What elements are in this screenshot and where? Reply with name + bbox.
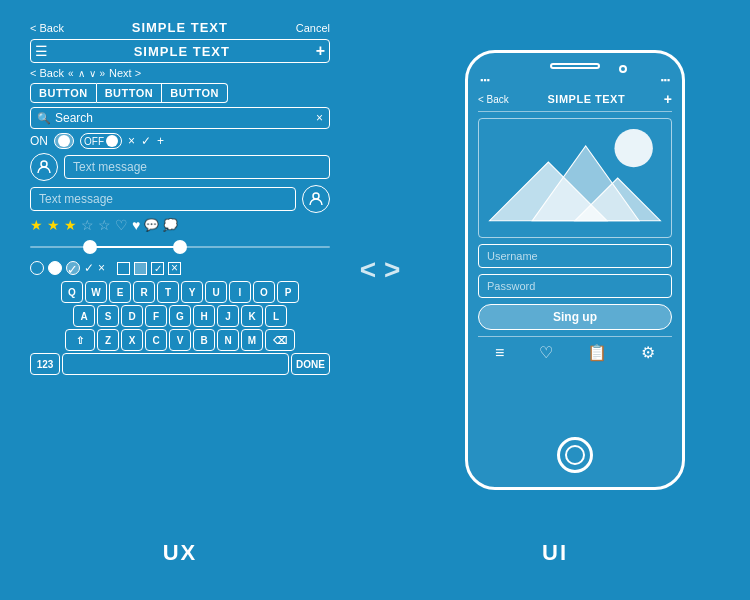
chevron-up-icon[interactable]: ∧ bbox=[78, 68, 85, 79]
checkbox-filled[interactable] bbox=[134, 262, 147, 275]
key-a[interactable]: A bbox=[73, 305, 95, 327]
star-4[interactable]: ☆ bbox=[81, 217, 94, 233]
svg-point-0 bbox=[41, 161, 47, 167]
star-1[interactable]: ★ bbox=[30, 217, 43, 233]
key-e[interactable]: E bbox=[109, 281, 131, 303]
phone-nav-title: SIMPLE TEXT bbox=[548, 93, 626, 105]
signup-button[interactable]: Sing up bbox=[478, 304, 672, 330]
key-f[interactable]: F bbox=[145, 305, 167, 327]
slider-fill bbox=[90, 246, 180, 248]
toggle-row: ON OFF × ✓ + bbox=[30, 133, 330, 149]
key-t[interactable]: T bbox=[157, 281, 179, 303]
ui-label: UI bbox=[542, 540, 568, 565]
key-k[interactable]: K bbox=[241, 305, 263, 327]
key-q[interactable]: Q bbox=[61, 281, 83, 303]
key-c[interactable]: C bbox=[145, 329, 167, 351]
x-mark: × bbox=[98, 261, 105, 275]
checkbox-checked[interactable]: ✓ bbox=[151, 262, 164, 275]
double-chevron-right-icon[interactable]: » bbox=[100, 68, 106, 79]
key-i[interactable]: I bbox=[229, 281, 251, 303]
back-button-2[interactable]: < Back bbox=[30, 67, 64, 79]
double-chevron-left-icon[interactable]: « bbox=[68, 68, 74, 79]
radio-empty-1[interactable] bbox=[30, 261, 44, 275]
checkbox-x[interactable]: × bbox=[168, 262, 181, 275]
star-3[interactable]: ★ bbox=[64, 217, 77, 233]
key-r[interactable]: R bbox=[133, 281, 155, 303]
key-shift[interactable]: ⇧ bbox=[65, 329, 95, 351]
phone-speaker bbox=[550, 63, 600, 69]
middle-arrows: < > bbox=[350, 20, 410, 520]
key-x[interactable]: X bbox=[121, 329, 143, 351]
username-input[interactable]: Username bbox=[478, 244, 672, 268]
chat-icon[interactable]: 💬 bbox=[144, 218, 159, 232]
rating-row: ★ ★ ★ ☆ ☆ ♡ ♥ 💬 💭 bbox=[30, 217, 330, 233]
button-2[interactable]: BUTTON bbox=[97, 83, 163, 103]
nav-row-2: < Back « ∧ ∨ » Next > bbox=[30, 67, 330, 79]
close-icon[interactable]: × bbox=[128, 134, 135, 148]
slider-thumb-1[interactable] bbox=[83, 240, 97, 254]
chevron-down-icon[interactable]: ∨ bbox=[89, 68, 96, 79]
phone-status-bar: ▪▪▪ ▪▪▪ bbox=[478, 75, 672, 85]
star-5[interactable]: ☆ bbox=[98, 217, 111, 233]
key-p[interactable]: P bbox=[277, 281, 299, 303]
phone-add-button[interactable]: + bbox=[664, 91, 672, 107]
add-icon[interactable]: + bbox=[316, 42, 325, 60]
labels-row: UX UI bbox=[0, 540, 750, 566]
radio-filled[interactable] bbox=[48, 261, 62, 275]
text-input-1[interactable]: Text message bbox=[64, 155, 330, 179]
cancel-button-1[interactable]: Cancel bbox=[296, 22, 330, 34]
radio-check[interactable]: ✓ bbox=[66, 261, 80, 275]
list-icon[interactable]: 📋 bbox=[587, 343, 607, 362]
key-n[interactable]: N bbox=[217, 329, 239, 351]
back-button-1[interactable]: < Back bbox=[30, 22, 64, 34]
check-mark: ✓ bbox=[84, 261, 94, 275]
hamburger-icon[interactable]: ☰ bbox=[35, 43, 48, 59]
message-row-1: Text message bbox=[30, 153, 330, 181]
slider-thumb-2[interactable] bbox=[173, 240, 187, 254]
key-done[interactable]: DONE bbox=[291, 353, 330, 375]
key-y[interactable]: Y bbox=[181, 281, 203, 303]
key-123[interactable]: 123 bbox=[30, 353, 60, 375]
buttons-row: BUTTON BUTTON BUTTON bbox=[30, 83, 330, 103]
key-space[interactable] bbox=[62, 353, 289, 375]
next-button[interactable]: Next > bbox=[109, 67, 141, 79]
star-2[interactable]: ★ bbox=[47, 217, 60, 233]
phone-back-button[interactable]: < Back bbox=[478, 94, 509, 105]
key-j[interactable]: J bbox=[217, 305, 239, 327]
password-input[interactable]: Password bbox=[478, 274, 672, 298]
speech-icon[interactable]: 💭 bbox=[163, 218, 178, 232]
menu-icon[interactable]: ≡ bbox=[495, 344, 504, 362]
key-s[interactable]: S bbox=[97, 305, 119, 327]
check-icon: ✓ bbox=[141, 134, 151, 148]
text-input-2[interactable]: Text message bbox=[30, 187, 296, 211]
key-o[interactable]: O bbox=[253, 281, 275, 303]
key-d[interactable]: D bbox=[121, 305, 143, 327]
toggle-on-switch[interactable] bbox=[54, 133, 74, 149]
key-z[interactable]: Z bbox=[97, 329, 119, 351]
key-w[interactable]: W bbox=[85, 281, 107, 303]
toggle-circle bbox=[58, 135, 70, 147]
key-u[interactable]: U bbox=[205, 281, 227, 303]
key-l[interactable]: L bbox=[265, 305, 287, 327]
toggle-off-switch[interactable]: OFF bbox=[80, 133, 122, 149]
heart-nav-icon[interactable]: ♡ bbox=[539, 343, 553, 362]
phone-home-button[interactable] bbox=[557, 437, 593, 473]
key-backspace[interactable]: ⌫ bbox=[265, 329, 295, 351]
button-1[interactable]: BUTTON bbox=[30, 83, 97, 103]
checkbox-empty-1[interactable] bbox=[117, 262, 130, 275]
search-icon: 🔍 bbox=[37, 112, 51, 125]
battery-icon: ▪▪▪ bbox=[660, 75, 670, 85]
off-label: OFF bbox=[84, 136, 104, 147]
heart-filled-icon[interactable]: ♥ bbox=[132, 217, 140, 233]
key-b[interactable]: B bbox=[193, 329, 215, 351]
key-g[interactable]: G bbox=[169, 305, 191, 327]
key-m[interactable]: M bbox=[241, 329, 263, 351]
settings-icon[interactable]: ⚙ bbox=[641, 343, 655, 362]
key-h[interactable]: H bbox=[193, 305, 215, 327]
key-v[interactable]: V bbox=[169, 329, 191, 351]
heart-icon[interactable]: ♡ bbox=[115, 217, 128, 233]
clear-search-button[interactable]: × bbox=[316, 111, 323, 125]
button-3[interactable]: BUTTON bbox=[162, 83, 228, 103]
plus-icon-toggle[interactable]: + bbox=[157, 134, 164, 148]
toggle-circle-2 bbox=[106, 135, 118, 147]
